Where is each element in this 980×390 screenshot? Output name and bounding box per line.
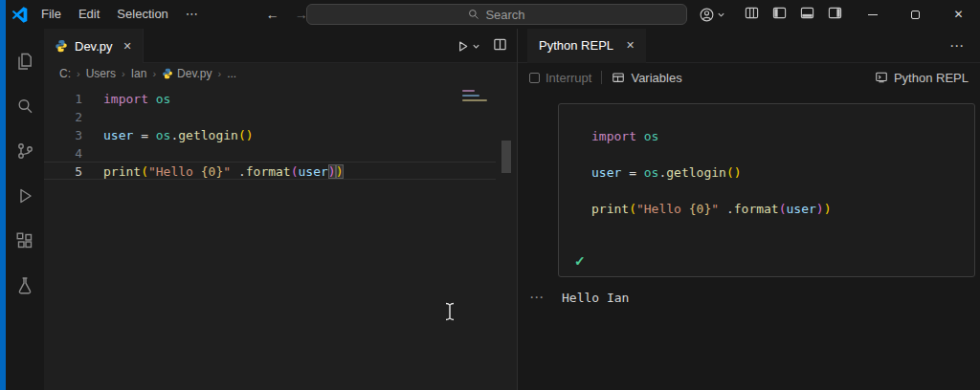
editor-tabbar: Dev.py ✕: [44, 29, 517, 63]
line-content: user = os.getlogin(): [103, 126, 254, 142]
panel-tabbar: Python REPL ✕ ⋯: [518, 29, 980, 63]
menu-edit[interactable]: Edit: [70, 4, 108, 25]
panel-more-actions-icon[interactable]: ⋯: [949, 37, 965, 54]
history-nav: ← →: [266, 7, 308, 22]
variables-button[interactable]: Variables: [612, 71, 681, 85]
breadcrumb-item-ian[interactable]: Ian: [131, 67, 147, 80]
menu-file[interactable]: File: [33, 4, 70, 25]
editor-scrollbar[interactable]: [501, 141, 511, 173]
line-number: 1: [44, 90, 82, 106]
minimap-line: [462, 99, 487, 101]
run-icon: [456, 39, 470, 54]
sidebar-item-source-control[interactable]: [6, 128, 44, 173]
python-repl-panel: Python REPL ✕ ⋯ Interrupt Variables: [517, 29, 980, 390]
breadcrumb-file-label: Dev.py: [177, 67, 212, 80]
variables-icon: [612, 71, 625, 84]
testing-flask-icon: [14, 275, 35, 296]
repl-output-text: Hello Ian: [562, 291, 629, 305]
line-content: import os: [103, 90, 170, 106]
python-icon: [162, 68, 173, 79]
account-icon: [699, 7, 715, 23]
breadcrumb-item-drive[interactable]: C:: [59, 67, 71, 80]
check-icon: ✓: [574, 253, 586, 269]
code-line[interactable]: 3user = os.getlogin(): [44, 125, 496, 143]
search-placeholder: Search: [485, 8, 524, 22]
code-area[interactable]: 1import os23user = os.getlogin()45print(…: [44, 84, 517, 390]
breadcrumb-item-symbol[interactable]: ...: [227, 67, 236, 80]
tab-label: Dev.py: [75, 39, 113, 54]
menubar: File Edit Selection ⋯: [33, 4, 207, 25]
search-icon: [468, 9, 479, 20]
line-number: 2: [44, 108, 82, 124]
repl-output-row: ⋯ Hello Ian: [529, 289, 629, 306]
window-controls: ✕: [851, 0, 980, 29]
chevron-down-icon: [472, 42, 480, 51]
menu-more[interactable]: ⋯: [177, 4, 207, 25]
repl-kernel-label: Python REPL: [894, 71, 969, 85]
line-number: 3: [44, 126, 82, 142]
sidebar-item-search[interactable]: [6, 83, 44, 128]
split-editor-button[interactable]: [493, 37, 507, 55]
repl-kernel-indicator[interactable]: Python REPL: [875, 71, 969, 85]
search-icon: [14, 96, 35, 117]
sidebar-left-icon[interactable]: [772, 6, 787, 24]
panel-bottom-icon[interactable]: [800, 6, 814, 24]
breadcrumb-separator: ›: [77, 68, 80, 79]
layout-controls: [745, 0, 842, 29]
breadcrumb-separator: ›: [152, 68, 156, 79]
panel-tab-label: Python REPL: [539, 38, 613, 53]
minimap[interactable]: [462, 90, 483, 147]
code-line[interactable]: 5print("Hello {0}" .format(user)): [44, 162, 496, 180]
back-icon[interactable]: ←: [266, 7, 279, 22]
line-number: 4: [44, 144, 82, 161]
editor-group: Dev.py ✕ C:: [44, 29, 517, 390]
output-more-icon[interactable]: ⋯: [529, 289, 545, 306]
chevron-down-icon: [717, 11, 725, 19]
minimize-icon: [868, 14, 878, 15]
repl-code-line: user = os.getlogin(): [591, 165, 974, 184]
sidebar-right-icon[interactable]: [828, 6, 842, 24]
breadcrumb-separator: ›: [218, 68, 222, 79]
breadcrumb-item-users[interactable]: Users: [86, 67, 116, 80]
close-button[interactable]: ✕: [937, 0, 980, 29]
code-line[interactable]: 2: [44, 107, 496, 125]
code-line[interactable]: 1import os: [44, 89, 496, 107]
repl-cell[interactable]: import osuser = os.getlogin()print("Hell…: [558, 103, 975, 277]
tab-python-repl[interactable]: Python REPL ✕: [527, 29, 646, 63]
files-icon: [14, 51, 35, 72]
layout-columns-icon[interactable]: [745, 6, 759, 24]
interrupt-button[interactable]: Interrupt: [529, 71, 591, 85]
variables-label: Variables: [631, 71, 681, 85]
split-editor-icon: [493, 37, 507, 52]
breadcrumb-item-file[interactable]: Dev.py: [162, 67, 212, 80]
repl-cell-code: import osuser = os.getlogin()print("Hell…: [559, 104, 974, 220]
toolbar-divider: [601, 71, 602, 84]
extensions-icon: [14, 230, 35, 251]
python-icon: [55, 39, 68, 53]
run-button[interactable]: [456, 39, 480, 54]
tab-dev-py[interactable]: Dev.py ✕: [44, 29, 144, 63]
menu-selection[interactable]: Selection: [108, 4, 176, 25]
source-control-icon: [14, 141, 35, 162]
repl-code-line: print("Hello {0}" .format(user)): [591, 202, 974, 220]
sidebar-item-extensions[interactable]: [6, 218, 44, 263]
maximize-icon: [911, 11, 920, 19]
minimize-button[interactable]: [851, 0, 894, 29]
repl-code-line: import os: [591, 129, 974, 147]
mouse-cursor-ibeam: [444, 302, 456, 325]
run-debug-icon: [14, 185, 35, 206]
panel-tab-close-icon[interactable]: ✕: [626, 39, 635, 52]
tab-close-icon[interactable]: ✕: [123, 40, 132, 53]
titlebar: File Edit Selection ⋯ ← → Search: [6, 0, 980, 29]
account-button[interactable]: [699, 0, 725, 29]
sidebar-item-explorer[interactable]: [6, 38, 44, 83]
code-line[interactable]: 4: [44, 143, 496, 162]
search-input[interactable]: Search: [306, 4, 687, 25]
maximize-button[interactable]: [894, 0, 937, 29]
sidebar-item-testing[interactable]: [6, 263, 44, 308]
accent-strip: [0, 0, 6, 390]
vscode-window: File Edit Selection ⋯ ← → Search: [0, 0, 980, 390]
panel-toolbar: Interrupt Variables Python REPL: [518, 63, 980, 92]
repl-console-icon: [875, 71, 888, 84]
sidebar-item-run-debug[interactable]: [6, 173, 44, 218]
